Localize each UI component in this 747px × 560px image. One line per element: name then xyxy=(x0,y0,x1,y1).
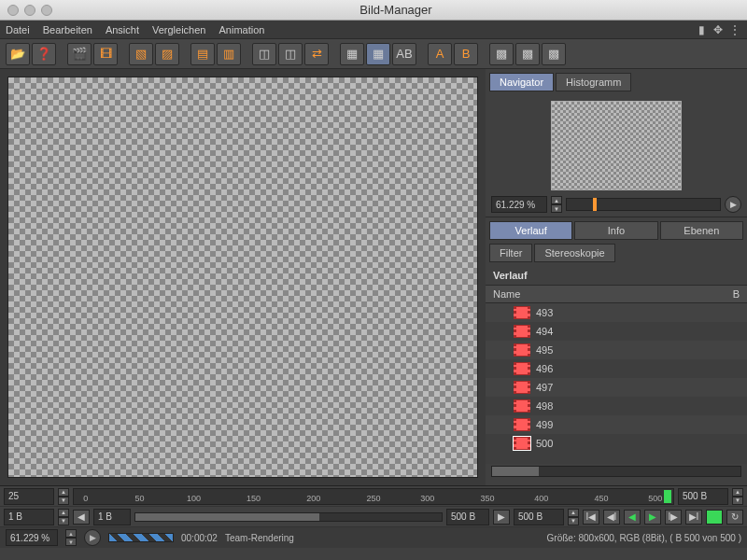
viewport[interactable] xyxy=(0,69,486,485)
range-next-button[interactable]: ▶ xyxy=(493,510,510,525)
toolbar: 📂 ❓ 🎬 🎞 ▧ ▨ ▤ ▥ ◫ ◫ ⇄ ▦ ▦ AB A B ▩ ▩ ▩ xyxy=(0,39,747,69)
menu-more-icon[interactable]: ⋮ xyxy=(728,23,741,36)
tab-info[interactable]: Info xyxy=(574,221,657,240)
film-button[interactable]: 🎬 xyxy=(67,43,92,65)
channel-alpha-button[interactable]: ▦ xyxy=(366,43,390,65)
current-frame-marker[interactable] xyxy=(706,510,723,525)
extra-3-button[interactable]: ▩ xyxy=(542,43,566,65)
extra-2-button[interactable]: ▩ xyxy=(515,43,540,65)
play-end-field[interactable]: 500 B xyxy=(514,509,564,525)
frame-icon xyxy=(514,362,530,375)
history-col-name[interactable]: Name xyxy=(493,288,733,300)
slot-b-button[interactable]: B xyxy=(454,43,478,65)
history-row[interactable]: 493 xyxy=(486,303,747,322)
close-window-button[interactable] xyxy=(7,5,19,16)
range-prev-button[interactable]: ◀ xyxy=(73,510,90,525)
menubar: Datei Bearbeiten Ansicht Vergleichen Ani… xyxy=(0,21,747,39)
step-back-button[interactable]: ◀I xyxy=(603,510,620,525)
timeline-start-stepper[interactable]: ▲▼ xyxy=(58,488,69,505)
compare-a-button[interactable]: ◫ xyxy=(252,43,276,65)
layer-delete-button[interactable]: ▤ xyxy=(190,43,215,65)
frame-icon xyxy=(514,381,530,394)
history-row[interactable]: 499 xyxy=(486,415,747,434)
status-zoom-stepper[interactable]: ▲▼ xyxy=(65,529,77,546)
history-row[interactable]: 500 xyxy=(486,434,747,453)
timeline: 25 ▲▼ 0 50 100 150 200 250 300 350 400 4… xyxy=(0,485,747,527)
playhead-marker[interactable] xyxy=(664,490,671,503)
dock-left-icon[interactable]: ▮ xyxy=(695,23,708,36)
history-list[interactable]: 493 494 495 496 497 498 499 500 xyxy=(486,303,747,464)
film-settings-button[interactable]: 🎞 xyxy=(93,43,118,65)
tick-label: 450 xyxy=(594,494,608,503)
history-scrollbar[interactable] xyxy=(491,466,741,477)
timeline-end-field[interactable]: 500 B xyxy=(678,488,728,505)
history-row[interactable]: 494 xyxy=(486,322,747,341)
layer-clear-button[interactable]: ▥ xyxy=(217,43,241,65)
zoom-slider[interactable] xyxy=(566,198,721,211)
tab-verlauf[interactable]: Verlauf xyxy=(489,221,572,240)
channel-ab-button[interactable]: AB xyxy=(392,43,416,65)
extra-1-button[interactable]: ▩ xyxy=(489,43,514,65)
zoom-stepper[interactable]: ▲▼ xyxy=(551,196,562,213)
image-b-button[interactable]: ▨ xyxy=(155,43,179,65)
history-row[interactable]: 497 xyxy=(486,378,747,397)
play-button[interactable]: ▶ xyxy=(644,510,661,525)
menu-vergleichen[interactable]: Vergleichen xyxy=(152,24,206,35)
range-slider[interactable] xyxy=(134,512,443,522)
status-size-label: Größe: 800x600, RGB (8Bit), ( B 500 von … xyxy=(547,533,741,543)
zoom-fit-button[interactable]: ▶ xyxy=(725,196,741,213)
status-zoom-fit-button[interactable]: ▶ xyxy=(84,529,101,546)
compare-b-button[interactable]: ◫ xyxy=(278,43,303,65)
frame-icon xyxy=(514,343,530,357)
goto-start-button[interactable]: I◀ xyxy=(583,510,599,525)
slot-a-button[interactable]: A xyxy=(428,43,452,65)
status-zoom-field[interactable]: 61.229 % xyxy=(6,529,58,546)
range-nav-field[interactable]: 1 B xyxy=(93,509,131,525)
range-start-field[interactable]: 1 B xyxy=(4,509,54,525)
history-row[interactable]: 496 xyxy=(486,359,747,378)
navigator-preview[interactable] xyxy=(486,95,747,192)
menu-datei[interactable]: Datei xyxy=(6,24,30,35)
range-start-stepper[interactable]: ▲▼ xyxy=(58,509,69,525)
compare-swap-button[interactable]: ⇄ xyxy=(304,43,329,65)
play-end-stepper[interactable]: ▲▼ xyxy=(568,509,579,525)
window-controls xyxy=(7,5,52,16)
side-panel: Navigator Histogramm 61.229 % ▲▼ ▶ Verla… xyxy=(486,69,747,485)
render-canvas[interactable] xyxy=(7,77,478,478)
history-row[interactable]: 495 xyxy=(486,341,747,359)
history-row[interactable]: 498 xyxy=(486,397,747,415)
history-col-b[interactable]: B xyxy=(733,288,740,300)
tab-ebenen[interactable]: Ebenen xyxy=(660,221,743,240)
timeline-start-field[interactable]: 25 xyxy=(4,488,54,505)
play-reverse-button[interactable]: ◀ xyxy=(624,510,641,525)
timeline-end-stepper[interactable]: ▲▼ xyxy=(732,488,743,505)
timeline-ruler[interactable]: 0 50 100 150 200 250 300 350 400 450 500 xyxy=(73,488,674,505)
history-row-label: 500 xyxy=(536,438,553,449)
zoom-value-field[interactable]: 61.229 % xyxy=(491,196,547,213)
menu-ansicht[interactable]: Ansicht xyxy=(106,24,139,35)
zoom-window-button[interactable] xyxy=(41,5,52,16)
channel-rgb-button[interactable]: ▦ xyxy=(340,43,364,65)
tab-histogram[interactable]: Histogramm xyxy=(556,73,631,91)
open-folder-button[interactable]: 📂 xyxy=(6,43,30,65)
tick-label: 0 xyxy=(83,494,88,503)
minimize-window-button[interactable] xyxy=(24,5,35,16)
range-end-field[interactable]: 500 B xyxy=(446,509,489,525)
expand-icon[interactable]: ✥ xyxy=(712,23,725,36)
history-row-label: 496 xyxy=(536,363,553,374)
tab-stereoskopie[interactable]: Stereoskopie xyxy=(534,244,614,262)
loop-button[interactable]: ↻ xyxy=(726,510,743,525)
tab-navigator[interactable]: Navigator xyxy=(489,73,554,91)
menu-bearbeiten[interactable]: Bearbeiten xyxy=(43,24,92,35)
frame-icon xyxy=(514,437,530,450)
goto-end-button[interactable]: ▶I xyxy=(685,510,702,525)
image-a-button[interactable]: ▧ xyxy=(129,43,153,65)
history-row-label: 495 xyxy=(536,344,553,356)
open-help-button[interactable]: ❓ xyxy=(32,43,56,65)
step-forward-button[interactable]: I▶ xyxy=(665,510,682,525)
tab-filter[interactable]: Filter xyxy=(489,244,532,262)
navigator-thumbnail[interactable] xyxy=(551,101,682,190)
statusbar: 61.229 % ▲▼ ▶ 00:00:02 Team-Rendering Gr… xyxy=(0,527,747,548)
history-row-label: 493 xyxy=(536,307,553,318)
menu-animation[interactable]: Animation xyxy=(218,24,264,35)
